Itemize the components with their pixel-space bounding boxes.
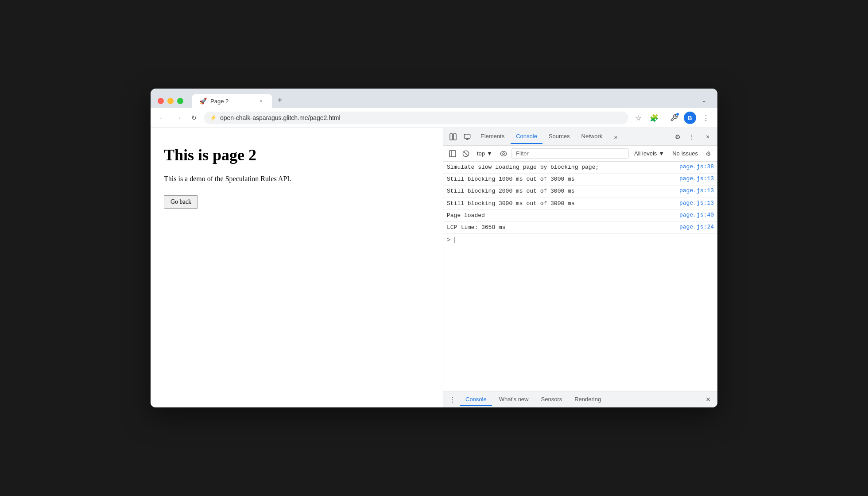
console-message-1: Still blocking 1000 ms out of 3000 ms: [447, 175, 674, 183]
console-input-line: > |: [443, 234, 717, 246]
context-label: top: [477, 150, 485, 157]
levels-selector[interactable]: All levels ▼: [631, 149, 668, 158]
forward-button[interactable]: →: [172, 112, 184, 124]
console-log: Simulate slow loading page by blocking p…: [443, 162, 717, 391]
tab-bar: 🚀 Page 2 × +: [192, 94, 693, 108]
console-message-4: Page loaded: [447, 212, 674, 220]
console-source-4[interactable]: page.js:40: [679, 212, 714, 218]
svg-line-6: [464, 151, 468, 155]
console-source-3[interactable]: page.js:13: [679, 200, 714, 206]
url-text: open-chalk-asparagus.glitch.me/page2.htm…: [220, 114, 622, 121]
nav-actions: ☆ 🧩 B ⋮: [632, 112, 712, 124]
svg-rect-3: [450, 151, 456, 157]
svg-rect-2: [464, 134, 470, 138]
console-settings-button[interactable]: ⚙: [702, 148, 714, 159]
bottom-menu-button[interactable]: ⋮: [447, 394, 458, 406]
console-entry-4: Page loaded page.js:40: [443, 210, 717, 222]
devtools-header: Elements Console Sources Network » ⚙ ⋮ ×: [443, 128, 717, 146]
no-issues-badge: No Issues: [670, 150, 701, 157]
active-tab[interactable]: 🚀 Page 2 ×: [192, 94, 272, 108]
bottom-tab-whats-new[interactable]: What's new: [494, 393, 534, 406]
tab-dropdown-button[interactable]: ⌄: [698, 94, 710, 106]
bookmark-button[interactable]: ☆: [632, 112, 644, 124]
devtools-tab-console[interactable]: Console: [511, 129, 542, 144]
console-entry-0: Simulate slow loading page by blocking p…: [443, 162, 717, 174]
browser-window: 🚀 Page 2 × + ⌄ ← → ↻ ⚡ open-chalk-aspara…: [151, 89, 717, 407]
devtools-close-button[interactable]: ×: [701, 131, 714, 143]
profile-button[interactable]: B: [684, 112, 696, 124]
console-source-0[interactable]: page.js:38: [679, 163, 714, 170]
devtools-panel: Elements Console Sources Network » ⚙ ⋮ ×: [443, 128, 717, 407]
svg-point-7: [503, 153, 504, 155]
title-bar: 🚀 Page 2 × + ⌄: [151, 89, 717, 108]
bottom-tab-sensors[interactable]: Sensors: [536, 393, 568, 406]
back-button[interactable]: ←: [156, 112, 168, 124]
nav-bar: ← → ↻ ⚡ open-chalk-asparagus.glitch.me/p…: [151, 108, 717, 128]
levels-label: All levels: [634, 150, 657, 157]
console-entry-1: Still blocking 1000 ms out of 3000 ms pa…: [443, 174, 717, 186]
reload-button[interactable]: ↻: [188, 112, 200, 124]
devtools-tab-group: Elements Console Sources Network »: [475, 129, 622, 144]
devtools-more-tabs[interactable]: »: [609, 131, 622, 143]
devtools-inspect-toggle[interactable]: [461, 131, 473, 143]
security-icon: ⚡: [210, 115, 217, 121]
console-clear-button[interactable]: [460, 148, 472, 159]
tab-title: Page 2: [210, 98, 254, 105]
console-message-5: LCP time: 3658 ms: [447, 224, 674, 232]
page-description: This is a demo of the Speculation Rules …: [164, 175, 430, 183]
console-message-3: Still blocking 3000 ms out of 3000 ms: [447, 200, 674, 208]
devtools-settings-button[interactable]: ⚙: [671, 131, 684, 143]
console-toolbar: top ▼ All levels ▼ No Issues ⚙: [443, 146, 717, 162]
address-bar[interactable]: ⚡ open-chalk-asparagus.glitch.me/page2.h…: [204, 112, 628, 124]
devtools-tab-network[interactable]: Network: [576, 129, 608, 144]
devtools-sidebar-toggle[interactable]: [447, 131, 459, 143]
devtools-notification-button[interactable]: [668, 112, 680, 124]
devtools-tab-sources[interactable]: Sources: [543, 129, 575, 144]
levels-dropdown-icon: ▼: [659, 150, 664, 157]
context-dropdown-icon: ▼: [487, 150, 492, 157]
console-source-2[interactable]: page.js:13: [679, 187, 714, 194]
close-traffic-light[interactable]: [158, 98, 164, 104]
tab-close-button[interactable]: ×: [258, 97, 265, 105]
chrome-menu-button[interactable]: ⋮: [700, 112, 712, 124]
svg-rect-1: [453, 134, 456, 140]
bottom-close-button[interactable]: ×: [702, 394, 714, 406]
console-entry-3: Still blocking 3000 ms out of 3000 ms pa…: [443, 198, 717, 210]
console-message-2: Still blocking 2000 ms out of 3000 ms: [447, 187, 674, 195]
svg-rect-0: [450, 134, 453, 140]
console-prompt: >: [447, 236, 450, 244]
devtools-bottom-bar: ⋮ Console What's new Sensors Rendering ×: [443, 391, 717, 407]
main-area: This is page 2 This is a demo of the Spe…: [151, 128, 717, 407]
page-heading: This is page 2: [164, 146, 430, 164]
bottom-tab-rendering[interactable]: Rendering: [569, 393, 606, 406]
tab-favicon: 🚀: [199, 97, 207, 105]
new-tab-button[interactable]: +: [274, 94, 286, 106]
traffic-lights: [158, 98, 183, 104]
bottom-tab-console[interactable]: Console: [460, 393, 492, 406]
console-eye-button[interactable]: [498, 148, 509, 159]
console-entry-2: Still blocking 2000 ms out of 3000 ms pa…: [443, 186, 717, 198]
maximize-traffic-light[interactable]: [177, 98, 183, 104]
console-source-5[interactable]: page.js:24: [679, 224, 714, 230]
console-filter-input[interactable]: [511, 148, 629, 159]
extensions-button[interactable]: 🧩: [648, 112, 660, 124]
go-back-button[interactable]: Go back: [164, 195, 198, 209]
console-sidebar-button[interactable]: [447, 148, 458, 159]
page-content: This is page 2 This is a demo of the Spe…: [151, 128, 443, 407]
context-selector[interactable]: top ▼: [473, 149, 496, 158]
nav-divider: [664, 113, 664, 122]
console-entry-5: LCP time: 3658 ms page.js:24: [443, 222, 717, 234]
console-message-0: Simulate slow loading page by blocking p…: [447, 163, 674, 171]
devtools-tab-elements[interactable]: Elements: [475, 129, 510, 144]
devtools-more-options[interactable]: ⋮: [686, 131, 698, 143]
console-cursor: |: [452, 236, 456, 244]
minimize-traffic-light[interactable]: [167, 98, 174, 104]
console-source-1[interactable]: page.js:13: [679, 175, 714, 182]
